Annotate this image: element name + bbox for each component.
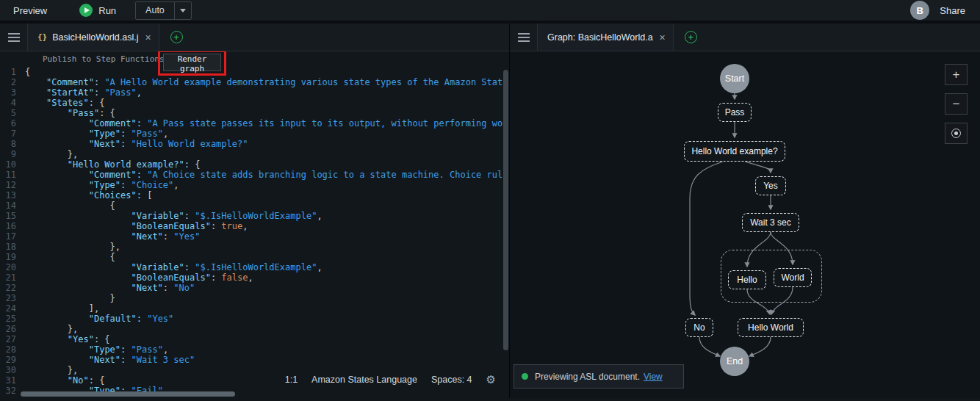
code-text: "No": { <box>25 375 104 386</box>
code-line-8[interactable]: 8 "Next": "Hello World example?" <box>0 139 509 149</box>
editor-tab-bar: {} BasicHelloWorld.asl.j × + <box>0 24 509 51</box>
publish-to-step-functions-link[interactable]: Publish to Step Functions <box>43 54 165 64</box>
graph-node-pass[interactable]: Pass <box>718 103 752 122</box>
code-line-12[interactable]: 12 "Type": "Choice", <box>0 180 509 190</box>
new-tab-button[interactable]: + <box>685 31 697 43</box>
vertical-scrollbar[interactable] <box>503 70 508 350</box>
zoom-out-button[interactable]: − <box>945 93 968 115</box>
line-number: 21 <box>0 272 25 283</box>
code-line-16[interactable]: 16 "BooleanEquals": true, <box>0 221 509 231</box>
code-line-26[interactable]: 26 }, <box>0 324 509 334</box>
render-graph-button[interactable]: Render graph <box>163 54 221 71</box>
settings-gear-icon[interactable]: ⚙ <box>486 373 496 386</box>
line-number: 18 <box>0 242 25 252</box>
code-line-23[interactable]: 23 } <box>0 293 509 303</box>
code-line-28[interactable]: 28 "Type": "Pass", <box>0 344 509 355</box>
horizontal-scrollbar[interactable] <box>21 391 235 397</box>
code-text: "Type": "Pass", <box>25 129 168 139</box>
target-icon <box>951 129 961 138</box>
indentation-setting[interactable]: Spaces: 4 <box>431 375 472 385</box>
code-line-5[interactable]: 5 "Pass": { <box>0 108 509 118</box>
code-text: "States": { <box>25 98 104 108</box>
graph-node-world[interactable]: World <box>774 268 812 287</box>
code-line-10[interactable]: 10 "Hello World example?": { <box>0 159 509 170</box>
auto-run-dropdown[interactable]: Auto <box>135 1 192 20</box>
code-line-2[interactable]: 2 "Comment": "A Hello World example demo… <box>0 77 509 87</box>
code-line-21[interactable]: 21 "BooleanEquals": false, <box>0 272 509 283</box>
code-line-6[interactable]: 6 "Comment": "A Pass state passes its in… <box>0 118 509 129</box>
tab-basichelloworld-asl[interactable]: {} BasicHelloWorld.asl.j × <box>28 24 159 51</box>
code-line-27[interactable]: 27 "Yes": { <box>0 334 509 344</box>
run-play-icon <box>79 4 93 17</box>
line-number: 7 <box>0 129 25 139</box>
line-number: 17 <box>0 231 25 242</box>
code-editor[interactable]: 1{2 "Comment": "A Hello World example de… <box>0 51 509 398</box>
line-number: 13 <box>0 190 25 201</box>
hamburger-icon <box>518 33 530 42</box>
graph-node-no[interactable]: No <box>685 318 713 337</box>
code-line-7[interactable]: 7 "Type": "Pass", <box>0 129 509 139</box>
code-line-14[interactable]: 14 { <box>0 201 509 211</box>
code-text: "Type": "Choice", <box>25 180 179 190</box>
code-line-15[interactable]: 15 "Variable": "$.IsHelloWorldExample", <box>0 211 509 221</box>
chevron-down-icon <box>180 9 186 12</box>
line-number: 2 <box>0 77 25 87</box>
cursor-position[interactable]: 1:1 <box>285 375 298 385</box>
line-number: 19 <box>0 252 25 262</box>
auto-run-dropdown-toggle[interactable] <box>174 2 191 19</box>
code-line-11[interactable]: 11 "Comment": "A Choice state adds branc… <box>0 170 509 180</box>
editor-toolbar: Publish to Step Functions Render graph <box>43 54 165 64</box>
run-button[interactable]: Run <box>79 4 116 17</box>
graph-node-wait[interactable]: Wait 3 sec <box>742 213 799 232</box>
preview-label[interactable]: Preview <box>13 5 47 16</box>
code-text: "Next": "Hello World example?" <box>25 139 248 149</box>
code-line-20[interactable]: 20 "Variable": "$.IsHelloWorldExample", <box>0 262 509 272</box>
graph-node-hello-world[interactable]: Hello World <box>738 318 804 337</box>
code-line-9[interactable]: 9 }, <box>0 149 509 159</box>
share-button[interactable]: Share <box>940 5 965 16</box>
code-line-13[interactable]: 13 "Choices": [ <box>0 190 509 201</box>
graph-node-start[interactable]: Start <box>720 64 749 93</box>
auto-run-selected-value[interactable]: Auto <box>136 2 174 19</box>
line-number: 5 <box>0 108 25 118</box>
code-line-24[interactable]: 24 ], <box>0 303 509 314</box>
line-number: 4 <box>0 98 25 108</box>
code-text: "Variable": "$.IsHelloWorldExample", <box>25 262 323 272</box>
line-number: 28 <box>0 344 25 355</box>
code-line-25[interactable]: 25 "Default": "Yes" <box>0 314 509 324</box>
graph-node-hello[interactable]: Hello <box>728 270 766 289</box>
code-text: "BooleanEquals": false, <box>25 272 253 283</box>
graph-node-yes[interactable]: Yes <box>755 176 786 195</box>
hamburger-icon <box>8 33 20 42</box>
code-line-22[interactable]: 22 "Next": "No" <box>0 283 509 293</box>
user-avatar[interactable]: B <box>910 1 929 20</box>
editor-status-bar: 1:1 Amazon States Language Spaces: 4 ⚙ <box>284 372 497 388</box>
tab-label: Graph: BasicHelloWorld.a <box>547 32 653 43</box>
line-number: 14 <box>0 201 25 211</box>
view-link[interactable]: View <box>644 372 663 382</box>
code-line-17[interactable]: 17 "Next": "Yes" <box>0 231 509 242</box>
code-line-3[interactable]: 3 "StartAt": "Pass", <box>0 87 509 98</box>
editor-panel-menu-button[interactable] <box>0 24 28 51</box>
main-split: {} BasicHelloWorld.asl.j × + Publish to … <box>0 24 980 398</box>
code-text: "Variable": "$.IsHelloWorldExample", <box>25 211 323 221</box>
tab-close-icon[interactable]: × <box>660 32 666 43</box>
code-line-29[interactable]: 29 "Next": "Wait 3 sec" <box>0 355 509 365</box>
editor-panel: {} BasicHelloWorld.asl.j × + Publish to … <box>0 24 510 398</box>
graph-node-choice[interactable]: Hello World example? <box>684 141 785 162</box>
line-number: 16 <box>0 221 25 231</box>
tab-graph-basichelloworld[interactable]: Graph: BasicHelloWorld.a × <box>538 24 674 51</box>
line-number: 22 <box>0 283 25 293</box>
language-mode[interactable]: Amazon States Language <box>311 375 417 385</box>
zoom-reset-button[interactable] <box>945 123 968 144</box>
tab-close-icon[interactable]: × <box>145 32 151 43</box>
zoom-in-button[interactable]: + <box>945 64 968 85</box>
new-tab-button[interactable]: + <box>170 31 183 43</box>
graph-node-end[interactable]: End <box>720 347 749 376</box>
code-line-4[interactable]: 4 "States": { <box>0 98 509 108</box>
graph-panel-menu-button[interactable] <box>510 24 538 51</box>
graph-canvas[interactable]: Start Pass Hello World example? Yes Wait… <box>510 51 980 398</box>
code-line-18[interactable]: 18 }, <box>0 242 509 252</box>
code-line-1[interactable]: 1{ <box>0 67 509 77</box>
code-line-19[interactable]: 19 { <box>0 252 509 262</box>
